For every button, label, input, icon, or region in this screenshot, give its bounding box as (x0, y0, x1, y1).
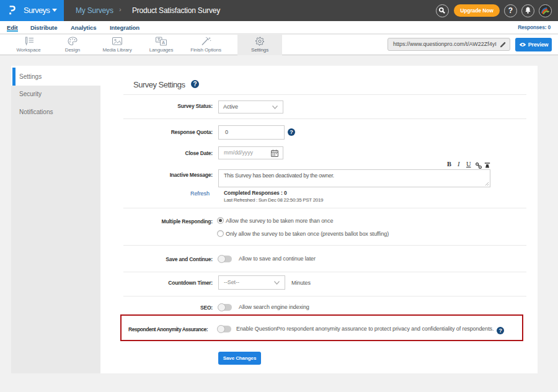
svg-text:A: A (162, 40, 165, 45)
